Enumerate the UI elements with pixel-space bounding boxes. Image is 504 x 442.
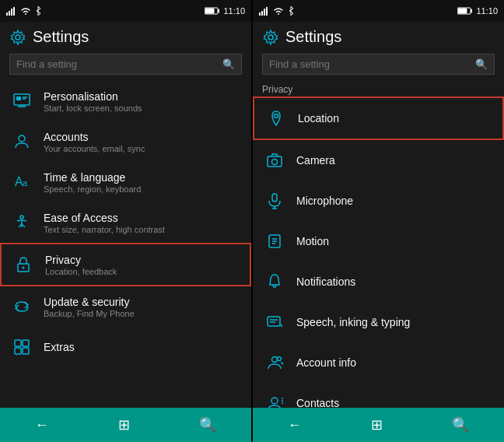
svg-rect-28	[458, 9, 467, 13]
setting-item-time-language[interactable]: A a Time & language Speech, region, keyb…	[0, 162, 251, 202]
setting-item-accounts[interactable]: Accounts Your accounts, email, sync	[0, 121, 251, 162]
camera-icon	[262, 148, 287, 173]
svg-rect-19	[15, 340, 21, 346]
setting-item-extras[interactable]: Extras	[0, 327, 251, 367]
svg-point-29	[268, 35, 273, 40]
location-icon	[264, 106, 289, 131]
svg-point-30	[275, 114, 278, 118]
left-search-box[interactable]: 🔍	[9, 54, 242, 75]
personalisation-icon	[9, 89, 34, 114]
update-security-desc: Backup, Find My Phone	[44, 309, 135, 318]
left-back-button[interactable]: ←	[29, 411, 55, 440]
right-title: Settings	[285, 28, 341, 46]
extras-icon	[9, 335, 34, 360]
right-search-box[interactable]: 🔍	[262, 54, 495, 75]
svg-text:a: a	[23, 178, 28, 188]
setting-item-update-security[interactable]: Update & security Backup, Find My Phone	[0, 286, 251, 327]
r-bluetooth-icon	[287, 5, 295, 16]
r-battery-icon	[457, 7, 473, 15]
right-search-input[interactable]	[269, 58, 475, 70]
svg-rect-24	[261, 11, 263, 16]
settings-gear-icon-left	[9, 29, 26, 46]
notifications-icon	[262, 269, 287, 294]
setting-item-location[interactable]: Location	[253, 96, 504, 140]
setting-item-personalisation[interactable]: Personalisation Start, lock screen, soun…	[0, 81, 251, 121]
contacts-icon	[262, 391, 287, 408]
right-panel: 11:10 Settings 🔍 Privacy Locatio	[253, 0, 504, 442]
left-header: Settings	[0, 22, 251, 51]
setting-item-microphone[interactable]: Microphone	[253, 181, 504, 221]
camera-title: Camera	[296, 154, 335, 167]
svg-rect-3	[13, 7, 15, 16]
svg-rect-26	[266, 7, 268, 16]
ease-of-access-desc: Text size, narrator, high contrast	[44, 225, 165, 234]
svg-rect-0	[6, 12, 8, 16]
setting-item-camera[interactable]: Camera	[253, 140, 504, 181]
time-left: 11:10	[223, 6, 245, 16]
svg-point-32	[272, 160, 278, 165]
ease-of-access-text: Ease of Access Text size, narrator, high…	[44, 212, 165, 234]
motion-icon	[262, 229, 287, 254]
left-search-icon[interactable]: 🔍	[222, 58, 235, 70]
svg-rect-25	[264, 9, 265, 16]
motion-title: Motion	[296, 235, 329, 247]
right-search-icon[interactable]: 🔍	[475, 58, 488, 70]
privacy-text: Privacy Location, feedback	[45, 254, 117, 276]
right-home-button[interactable]: ⊞	[365, 410, 389, 440]
setting-item-notifications[interactable]: Notifications	[253, 261, 504, 302]
svg-rect-40	[268, 317, 280, 326]
r-wifi-icon	[273, 6, 284, 16]
location-title: Location	[298, 112, 339, 125]
privacy-title: Privacy	[45, 254, 117, 266]
setting-item-contacts[interactable]: Contacts	[253, 383, 504, 408]
svg-point-16	[20, 216, 23, 219]
extras-text: Extras	[44, 341, 75, 354]
left-title: Settings	[33, 28, 89, 46]
setting-item-privacy[interactable]: Privacy Location, feedback	[0, 243, 251, 286]
setting-item-speech[interactable]: Speech, inking & typing	[253, 302, 504, 342]
status-bar-left: 11:10	[0, 0, 251, 22]
accounts-text: Accounts Your accounts, email, sync	[44, 131, 145, 153]
time-right: 11:10	[476, 6, 498, 16]
svg-point-43	[272, 357, 278, 363]
update-security-text: Update & security Backup, Find My Phone	[44, 296, 135, 318]
right-back-button[interactable]: ←	[282, 411, 308, 440]
account-info-icon	[262, 350, 287, 375]
time-language-title: Time & language	[44, 171, 141, 184]
svg-rect-20	[23, 340, 29, 346]
right-taskbar: ← ⊞ 🔍	[253, 408, 504, 442]
setting-item-account-info[interactable]: Account info	[253, 342, 504, 383]
speech-icon	[262, 310, 287, 335]
left-search-input[interactable]	[16, 58, 222, 70]
signal-icon	[6, 6, 17, 16]
battery-icon	[205, 7, 220, 15]
personalisation-text: Personalisation Start, lock screen, soun…	[44, 90, 142, 113]
svg-rect-23	[259, 12, 261, 16]
accounts-title: Accounts	[44, 131, 145, 143]
privacy-section-label: Privacy	[253, 81, 504, 96]
personalisation-desc: Start, lock screen, sounds	[44, 103, 142, 113]
right-header: Settings	[253, 22, 504, 51]
svg-point-45	[271, 398, 278, 404]
setting-item-motion[interactable]: Motion	[253, 221, 504, 261]
right-search-button[interactable]: 🔍	[446, 410, 475, 440]
status-icons-right	[259, 5, 295, 16]
time-language-text: Time & language Speech, region, keyboard	[44, 171, 141, 194]
microphone-title: Microphone	[296, 195, 353, 207]
svg-rect-5	[205, 9, 214, 13]
wifi-icon	[20, 6, 31, 16]
left-taskbar: ← ⊞ 🔍	[0, 408, 251, 442]
contacts-title: Contacts	[296, 397, 339, 408]
left-search-button[interactable]: 🔍	[193, 410, 222, 440]
setting-item-ease-of-access[interactable]: Ease of Access Text size, narrator, high…	[0, 202, 251, 243]
left-panel: 11:10 Settings 🔍	[0, 0, 251, 442]
ease-of-access-title: Ease of Access	[44, 212, 165, 224]
status-time-left: 11:10	[205, 6, 245, 16]
r-signal-icon	[259, 6, 270, 16]
speech-title: Speech, inking & typing	[296, 316, 410, 328]
microphone-icon	[262, 188, 287, 213]
status-icons-left	[6, 5, 42, 16]
left-home-button[interactable]: ⊞	[112, 410, 136, 440]
left-settings-list: Personalisation Start, lock screen, soun…	[0, 81, 251, 408]
notifications-title: Notifications	[296, 275, 355, 288]
